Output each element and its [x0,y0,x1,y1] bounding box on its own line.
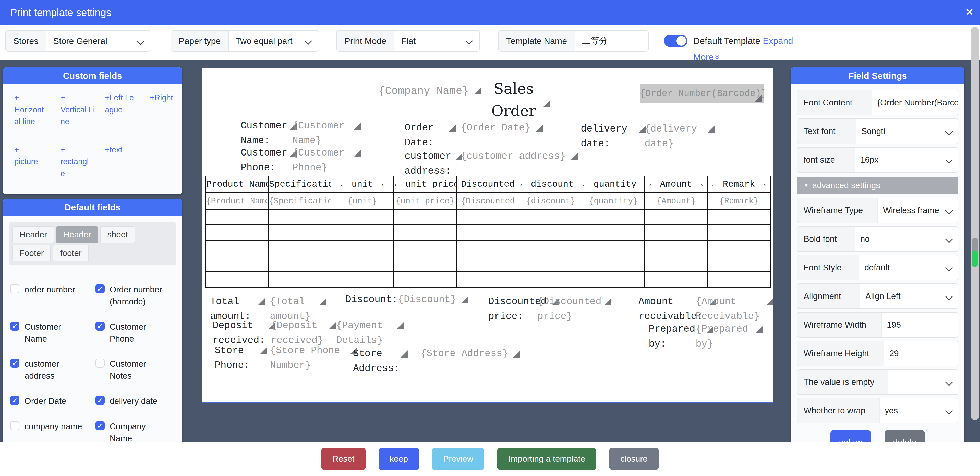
preview-items-table[interactable]: Product Name Specification ← unit → ← un… [205,176,771,288]
stores-select[interactable]: Store General [46,31,151,51]
col-product-name[interactable]: Product Name [205,176,268,193]
cell-discount[interactable]: {discount} [519,193,582,209]
preview-discount-value[interactable]: {Discount} [398,292,456,307]
checkbox-delivery-date[interactable]: delivery date [95,395,177,407]
preview-order-date-value[interactable]: {Order Date} [461,121,531,135]
preview-store-phone-value[interactable]: {Store Phone Number} [270,343,345,373]
col-discount[interactable]: ← discount → [519,176,582,193]
preview-customer-name-label[interactable]: Customer Name: [241,118,285,148]
cell-specification[interactable]: {Specification} [268,193,331,209]
resize-handle-icon[interactable] [543,100,550,107]
preview-store-address-label[interactable]: Store Address: [353,346,395,376]
resize-handle-icon[interactable] [536,125,543,132]
col-remark[interactable]: ← Remark → [708,176,770,193]
checkbox-customer-notes[interactable]: Customer Notes [95,358,177,382]
checkbox-customer-name[interactable]: Customer Name [10,321,92,345]
resize-handle-icon[interactable] [354,123,361,130]
cell-amount[interactable]: {Amount} [645,193,708,209]
checkbox-icon[interactable] [10,358,19,368]
checkbox-customer-phone[interactable]: Customer Phone [95,321,177,345]
checkbox-customer-address[interactable]: customer address [10,358,92,382]
cell-product-name[interactable]: {Product Name} [205,193,268,209]
preview-discount-label[interactable]: Discount: [345,292,398,307]
checkbox-icon[interactable] [10,322,19,331]
tab-header-2[interactable]: Header [56,226,98,243]
preview-delivery-date-value[interactable]: {delivery date} [644,121,702,151]
value-empty-select[interactable] [888,370,958,394]
reset-button[interactable]: Reset [321,448,366,470]
wireframe-height-input[interactable]: 29 [884,341,958,366]
resize-handle-icon[interactable] [396,322,404,330]
tab-header-1[interactable]: Header [12,226,54,243]
print-mode-select[interactable]: Flat [395,31,479,51]
preview-prepared-by-value[interactable]: {Prepared by} [695,322,751,351]
checkbox-icon[interactable] [95,284,105,293]
cell-remark[interactable]: {Remark} [708,193,770,209]
tab-sheet[interactable]: sheet [100,226,135,243]
default-template-toggle[interactable] [664,35,687,47]
set-up-button[interactable]: set up [830,430,871,441]
preview-order-date-label[interactable]: Order Date: [405,121,444,150]
preview-customer-address-value[interactable]: {customer address} [461,149,565,164]
checkbox-icon[interactable] [10,421,19,430]
col-unit-price[interactable]: ← unit price [394,176,457,193]
resize-handle-icon[interactable] [756,326,763,333]
page-scrollbar[interactable] [970,27,979,420]
tab-footer-1[interactable]: Footer [12,245,51,261]
import-template-button[interactable]: Importing a template [497,448,596,470]
preview-customer-name-value[interactable]: {Customer Name} [292,118,349,148]
paper-type-select[interactable]: Two equal part [229,31,318,51]
add-left-league-button[interactable]: +Left League [105,92,150,128]
keep-button[interactable]: keep [379,448,419,470]
cell-unit[interactable]: {unit} [331,193,394,209]
add-vertical-line-button[interactable]: + Vertical Line [60,92,105,128]
col-specification[interactable]: Specification [268,176,331,193]
checkbox-icon[interactable] [95,421,105,430]
font-content-input[interactable]: {Order Number(Barcode)} [872,91,958,115]
col-discounted[interactable]: Discounted [457,176,519,193]
preview-customer-address-label[interactable]: customer address: [405,149,450,178]
resize-handle-icon[interactable] [474,88,481,94]
checkbox-icon[interactable] [95,396,105,405]
close-icon[interactable]: × [966,0,974,24]
add-text-button[interactable]: +text [105,144,150,180]
checkbox-company-name-lc[interactable]: company name [10,420,92,441]
checkbox-order-number[interactable]: order number [10,284,92,308]
preview-doc-title[interactable]: Sales Order [481,78,547,122]
preview-prepared-by-label[interactable]: Prepared by: [649,322,701,351]
col-quantity[interactable]: ← quantity → [582,176,645,193]
resize-handle-icon[interactable] [329,322,336,330]
checkbox-icon[interactable] [95,358,105,368]
preview-discounted-price-value[interactable]: {Discounted price} [537,294,599,324]
checkbox-icon[interactable] [10,284,19,293]
resize-handle-icon[interactable] [766,298,773,306]
resize-handle-icon[interactable] [461,296,468,303]
resize-handle-icon[interactable] [513,350,520,358]
alignment-select[interactable]: Align Left [860,284,958,309]
preview-store-address-value[interactable]: {Store Address} [421,346,508,361]
closure-button[interactable]: closure [609,448,659,470]
preview-amount-receivable-label[interactable]: Amount receivable: [638,294,704,324]
template-preview-canvas[interactable]: {Company Name} Sales Order {Order Number… [202,68,773,403]
preview-amount-receivable-value[interactable]: {Amount Receivable} [695,294,761,324]
wrap-select[interactable]: yes [880,398,958,423]
cell-quantity[interactable]: {quantity} [582,193,645,209]
preview-customer-phone-label[interactable]: Customer Phone: [241,146,285,175]
resize-handle-icon[interactable] [354,150,361,157]
resize-handle-icon[interactable] [707,126,714,133]
advanced-settings-toggle[interactable]: ▼ advanced settings [797,177,958,194]
cell-discounted[interactable]: {Discounted [457,193,519,209]
checkbox-icon[interactable] [95,322,105,331]
bold-font-select[interactable]: no [855,227,958,251]
expand-link[interactable]: Expand [763,35,793,47]
add-horizontal-line-button[interactable]: + Horizontal line [14,92,60,128]
preview-customer-phone-value[interactable]: {Customer Phone} [292,146,349,175]
checkbox-order-number-barcode[interactable]: Order number (barcode) [95,284,177,308]
resize-handle-icon[interactable] [604,298,611,306]
add-picture-button[interactable]: + picture [14,144,60,180]
resize-handle-icon[interactable] [401,350,408,358]
text-font-select[interactable]: Songti [856,119,958,143]
delete-button[interactable]: delete [885,430,925,441]
add-rectangle-button[interactable]: + rectangle [60,144,105,180]
preview-store-phone-label[interactable]: Store Phone: [215,343,255,373]
